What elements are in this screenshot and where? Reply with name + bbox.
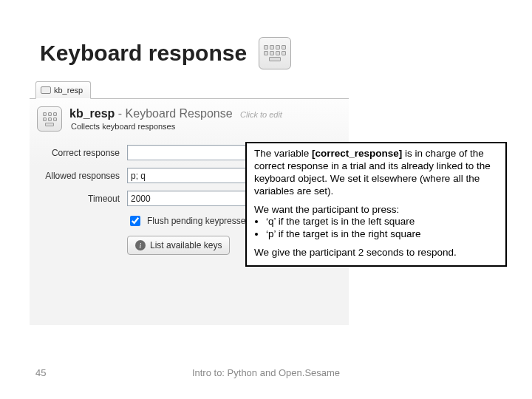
keyboard-icon (41, 86, 51, 94)
list-item: ‘p’ if the target is in the right square (266, 228, 498, 241)
commentary-p2: We want the participant to press: (254, 204, 498, 216)
list-keys-label: List available keys (150, 240, 222, 250)
slide-title: Keyboard response (40, 41, 247, 66)
item-type: Keyboard Response (126, 107, 233, 120)
tab-strip: kb_resp (30, 80, 349, 99)
label-timeout: Timeout (37, 194, 127, 204)
allowed-responses-input[interactable] (127, 168, 260, 183)
variable-name: [correct_response] (312, 148, 402, 159)
tab-kbresp[interactable]: kb_resp (35, 81, 91, 99)
dash: - (118, 107, 126, 120)
label-flush: Flush pending keypresses (147, 216, 250, 226)
commentary-box: The variable [correct_response] is in ch… (245, 142, 507, 267)
keyboard-icon (259, 37, 291, 69)
item-description: Collects keyboard responses (71, 122, 282, 131)
edit-hint: Click to edit (240, 110, 282, 119)
tab-label: kb_resp (54, 86, 83, 95)
footer-text: Intro to: Python and Open.Sesame (0, 367, 532, 378)
timeout-input[interactable] (127, 191, 260, 206)
list-keys-button[interactable]: i List available keys (127, 236, 230, 255)
info-icon: i (135, 240, 146, 250)
commentary-list: ‘q’ if the target is in the left square … (254, 216, 498, 241)
slide-title-row: Keyboard response (40, 37, 291, 69)
item-header: kb_resp - Keyboard Response Click to edi… (37, 106, 341, 132)
correct-response-input[interactable] (127, 145, 260, 160)
label-correct-response: Correct response (37, 148, 127, 158)
commentary-p1: The variable [correct_response] is in ch… (254, 148, 498, 198)
label-allowed-responses: Allowed responses (37, 171, 127, 181)
item-name[interactable]: kb_resp (69, 107, 115, 120)
keyboard-icon (37, 106, 62, 132)
list-item: ‘q’ if the target is in the left square (266, 216, 498, 228)
commentary-p3: We give the participant 2 seconds to res… (254, 247, 498, 259)
flush-checkbox[interactable] (130, 216, 140, 226)
